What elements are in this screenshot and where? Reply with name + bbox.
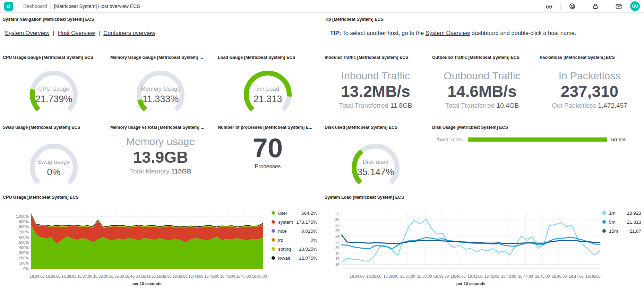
memory-usage-metric: Memory usage 13.9GB Total Memory 118GB: [107, 136, 214, 175]
svg-text:24: 24: [335, 234, 340, 238]
panel-title-cpu-usage-chart: CPU Usage [Metricbeat System] ECS: [3, 195, 79, 200]
svg-text:16:44:00: 16:44:00: [188, 274, 203, 278]
tip-text: TIP: To select another host, go to the S…: [330, 30, 576, 36]
link-system-overview[interactable]: System Overview: [5, 30, 49, 36]
panel-title-outbound-traffic: Outbound Traffic [Metricbeat System] ECS: [432, 55, 520, 60]
legend-item[interactable]: 15m 21.87: [602, 226, 641, 235]
metric-value: 13.2MB/s: [322, 82, 429, 101]
panel-title-tip: Tip [Metricbeat System] ECS: [325, 17, 384, 22]
svg-text:16:38:00: 16:38:00: [93, 274, 108, 278]
legend-item[interactable]: irq 0%: [272, 235, 317, 244]
lock-icon[interactable]: [590, 1, 601, 11]
panel-title-inbound-traffic: Inbound Traffic [Metricbeat System] ECS: [325, 55, 409, 60]
icon-separator: [607, 3, 607, 10]
metric-sub-label: Total Memory: [130, 168, 169, 175]
svg-text:16:37:00: 16:37:00: [77, 274, 92, 278]
system-navigation-links: System Overview|Host Overview|Containers…: [5, 30, 155, 36]
metric-sub-value: 118GB: [171, 168, 191, 175]
page-title: [Metricbeat System] Host overview ECS: [54, 3, 140, 9]
svg-text:16:40:00: 16:40:00: [125, 274, 140, 278]
view-only-eyeglasses-icon[interactable]: [544, 1, 554, 11]
svg-text:16:47:00: 16:47:00: [236, 274, 251, 278]
user-avatar[interactable]: GU: [630, 1, 640, 11]
svg-text:16:35:00: 16:35:00: [45, 274, 60, 278]
legend-value: 173.175%: [296, 220, 317, 225]
legend-item[interactable]: iowait 12.075%: [272, 253, 317, 262]
icon-separator: [584, 3, 584, 10]
legend-value: 0.025%: [301, 229, 317, 234]
svg-text:200%: 200%: [19, 256, 29, 260]
disk-usage-percent: 56.6%: [611, 136, 626, 143]
legend-value: 12.075%: [299, 256, 317, 261]
gauge-label: 5m Load: [235, 86, 301, 92]
panel-title-cpu-gauge: CPU Usage Gauge [Metricbeat System] ECS: [3, 55, 93, 60]
app-logo-badge[interactable]: D: [4, 2, 13, 11]
panel-title-load-gauge: Load Gauge [Metricbeat System] ECS: [218, 55, 295, 60]
panel-title-packetloss: Packetloss [Metricbeat System] ECS: [540, 55, 615, 60]
svg-text:400%: 400%: [19, 245, 29, 250]
legend-item[interactable]: 5m 21.313: [602, 217, 641, 226]
dashboard-page: D Dashboard / [Metricbeat System] Host o…: [0, 0, 644, 295]
disk-mount-label: /host_mnts: [432, 136, 463, 143]
svg-text:20: 20: [335, 245, 340, 250]
svg-text:per 10 seconds: per 10 seconds: [456, 281, 486, 286]
legend-item[interactable]: user 664.2%: [272, 208, 317, 217]
legend-item[interactable]: system 173.175%: [272, 217, 317, 226]
legend-label: iowait: [278, 256, 290, 261]
svg-text:16:44:00: 16:44:00: [518, 274, 533, 278]
legend-item[interactable]: nice 0.025%: [272, 226, 317, 235]
svg-text:16:48:00: 16:48:00: [252, 274, 267, 278]
legend-value: 21.87: [629, 229, 641, 234]
legend-item[interactable]: softirq 13.025%: [272, 244, 317, 253]
panel-title-disk-used: Disk used [Metricbeat System] ECS: [325, 125, 398, 130]
svg-text:800%: 800%: [19, 225, 29, 229]
disk-usage-bar-row: /host_mnts 56.6%: [432, 136, 626, 143]
gauge-value: 21.313: [235, 94, 301, 105]
svg-text:16:47:00: 16:47:00: [569, 274, 584, 278]
panel-title-swap-usage: Swap usage [Metricbeat System] ECS: [3, 125, 80, 130]
legend-dot: [602, 220, 606, 224]
svg-text:16:48:00: 16:48:00: [585, 274, 600, 278]
svg-text:16:43:00: 16:43:00: [501, 274, 516, 278]
outbound-traffic-metric: Outbound Traffic 14.6MB/s Total Transfer…: [428, 70, 536, 109]
panel-title-memory-gauge: Memory Usage Gauge [Metricbeat System] .…: [110, 55, 203, 60]
svg-text:16:41:00: 16:41:00: [467, 274, 482, 278]
link-containers-overview[interactable]: Containers overview: [103, 30, 155, 36]
disk-usage-bar: [468, 137, 607, 142]
svg-text:18: 18: [335, 251, 340, 255]
processes-label: Processes: [214, 163, 321, 170]
legend-label: 1m: [609, 211, 616, 216]
panel-title-system-navigation: System Navigation [Metricbeat System] EC…: [3, 17, 94, 22]
legend-dot: [272, 220, 275, 224]
gauge-label: Memory Usage: [128, 86, 194, 92]
link-host-overview[interactable]: Host Overview: [58, 30, 95, 36]
legend-label: system: [278, 220, 293, 225]
panel-title-memory-vs-total: Memory usage vs total [Metricbeat System…: [110, 125, 204, 130]
load-chart-legend: 1m 18.923 5m 21.313 15m 21.87: [602, 208, 641, 235]
disk-usage-bar-track: [468, 137, 607, 142]
svg-text:16:42:00: 16:42:00: [157, 274, 172, 278]
legend-dot: [602, 211, 606, 215]
metric-label: In Packetloss: [536, 70, 643, 82]
system-load-line-chart[interactable]: 16:34:0016:35:0016:36:0016:37:0016:38:00…: [324, 204, 644, 295]
metric-sub-value: 11.8GB: [390, 102, 412, 109]
svg-text:14: 14: [335, 262, 340, 266]
inbound-traffic-metric: Inbound Traffic 13.2MB/s Total Transferr…: [322, 70, 429, 109]
help-lifering-icon[interactable]: [567, 1, 577, 11]
cpu-usage-gauge: CPU Usage 21.739%: [21, 65, 87, 124]
mail-envelope-icon[interactable]: [613, 1, 624, 11]
disk-used-gauge: Disk used 35.147%: [343, 138, 409, 197]
svg-text:16:46:00: 16:46:00: [552, 274, 567, 278]
navbar-divider: [18, 2, 18, 10]
icon-separator: [560, 3, 561, 10]
svg-text:16:43:00: 16:43:00: [173, 274, 188, 278]
legend-label: softirq: [278, 247, 291, 252]
svg-text:16: 16: [335, 257, 340, 261]
metric-sub-label: Total Transferred: [339, 102, 389, 109]
legend-dot: [272, 238, 275, 242]
tip-system-overview-link[interactable]: System Overview: [426, 30, 470, 36]
breadcrumb-separator: /: [50, 3, 51, 9]
legend-item[interactable]: 1m 18.923: [602, 208, 641, 217]
breadcrumb-dashboard-link[interactable]: Dashboard: [23, 3, 47, 9]
tip-label: TIP:: [330, 30, 341, 36]
